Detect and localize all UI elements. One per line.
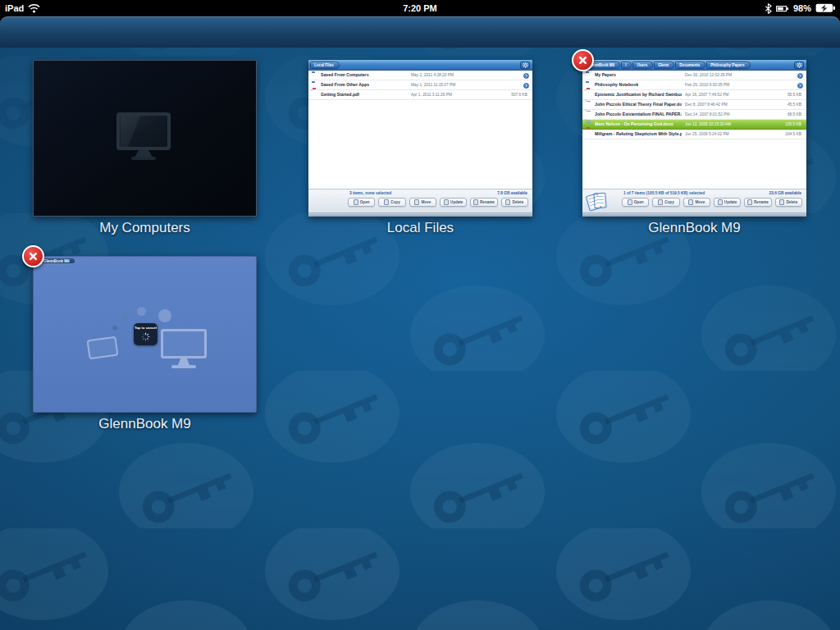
connecting-thumbnail[interactable]: GlennBook M9 Tap to cancel <box>33 256 257 413</box>
glennbook-thumbnail[interactable]: GlennBook M9 / Users Glenn Documents Phi… <box>582 60 806 217</box>
selection-status: 1 of 7 items (105.5 KB of 519.5 KB) sele… <box>623 191 705 195</box>
clock: 7:20 PM <box>0 0 840 16</box>
file-transfer-icon <box>587 191 609 213</box>
detail-disclosure-icon <box>523 73 529 79</box>
breadcrumb: Philosophy Papers <box>706 62 750 69</box>
rename-icon <box>473 199 478 205</box>
detail-disclosure-icon <box>797 83 803 89</box>
bubble <box>112 326 117 331</box>
breadcrumb: GlennBook M9 <box>39 258 75 264</box>
file-name: My Papers <box>595 71 616 80</box>
copy-button: Copy <box>378 198 405 207</box>
browser-header: Local Files <box>308 60 532 71</box>
file-date: Jun 25, 2009 5:24:02 PM <box>685 130 729 139</box>
file-size: 45.5 KB <box>788 100 801 109</box>
selection-status: 3 items, none selected <box>349 191 391 195</box>
monitor-stand <box>178 358 189 365</box>
delete-button: Delete <box>775 198 802 207</box>
open-icon <box>354 199 358 205</box>
file-name: Millgram - Refuting Skepticism With Styl… <box>595 130 682 139</box>
desktop: My Computers Local Files <box>0 48 840 630</box>
file-date: Apr 1, 2011 3:11:26 PM <box>411 90 452 99</box>
browser-status-area: 1 of 7 items (105.5 KB of 519.5 KB) sele… <box>582 189 806 217</box>
spinner-icon <box>141 332 150 341</box>
file-size: 507.6 KB <box>511 90 527 99</box>
bubble <box>122 314 129 321</box>
breadcrumb: / <box>621 62 632 69</box>
copy-icon <box>658 199 663 205</box>
file-name: Philosophy Notebook <box>595 80 638 89</box>
cancel-connection-button[interactable] <box>22 245 44 267</box>
bubble <box>158 309 171 322</box>
tile-local-files[interactable]: Local Files Saved From Computers <box>308 60 532 236</box>
file-size: 204.5 KB <box>785 130 801 139</box>
tile-label: Local Files <box>308 220 532 236</box>
file-date: Dec 8, 2007 8:46:42 PM <box>685 100 728 109</box>
tile-glennbook-connecting[interactable]: GlennBook M9 Tap to cancel <box>33 256 257 432</box>
browser-toolbar: Open Copy Move Update Rename Delete <box>348 198 528 207</box>
file-row-selected: Marc Nelson - On Perceiving God.docx Jun… <box>582 120 806 130</box>
status-bar: iPad 7:20 PM 98% <box>0 0 840 16</box>
rename-button: Rename <box>470 198 497 207</box>
detail-disclosure-icon <box>797 73 803 79</box>
update-button: Update <box>440 198 467 207</box>
move-icon <box>688 199 693 205</box>
storage-status: 23.6 GB available <box>769 191 801 195</box>
computer-monitor-icon <box>161 329 207 358</box>
file-date: Dec 30, 2010 12:02:29 PM <box>685 71 732 80</box>
bluetooth-icon <box>765 3 772 14</box>
file-row: Saved From Computers May 2, 2011 4:28:20… <box>308 71 532 80</box>
settings-button <box>794 62 804 69</box>
breadcrumb: Glenn <box>654 62 674 69</box>
move-icon <box>414 199 419 205</box>
file-name: Epistemic Justification by Richard Swinb… <box>595 90 682 99</box>
copy-icon <box>384 199 389 205</box>
delete-icon <box>779 199 784 205</box>
file-date: May 2, 2011 4:28:20 PM <box>411 71 454 80</box>
settings-button <box>520 62 530 69</box>
rename-button: Rename <box>744 198 771 207</box>
tap-to-cancel-overlay[interactable]: Tap to cancel <box>134 323 158 345</box>
file-date: Jun 12, 2009 10:15:20 AM <box>685 120 731 129</box>
move-button: Move <box>409 198 436 207</box>
tile-label: GlennBook M9 <box>582 220 806 236</box>
file-row: Saved From Other Apps May 1, 2011 11:15:… <box>308 80 532 90</box>
file-row: John Piccolo Ethical Theory Final Paper.… <box>582 100 806 110</box>
copy-button: Copy <box>652 198 679 207</box>
tile-label: GlennBook M9 <box>33 416 257 432</box>
storage-status: 7.8 GB available <box>497 191 527 195</box>
battery-charging-icon <box>815 3 836 13</box>
detail-disclosure-icon <box>523 83 529 89</box>
gear-icon <box>797 62 802 68</box>
file-list: My Papers Dec 30, 2010 12:02:29 PM Philo… <box>582 71 806 139</box>
tile-glennbook-remote[interactable]: GlennBook M9 / Users Glenn Documents Phi… <box>582 60 806 236</box>
file-row: Getting Started.pdf Apr 1, 2011 3:11:26 … <box>308 90 532 100</box>
battery-percent: 98% <box>793 3 811 13</box>
my-computers-thumbnail[interactable] <box>33 60 257 217</box>
file-name: Saved From Other Apps <box>321 80 369 89</box>
navigation-bar <box>0 16 840 48</box>
file-date: Apr 16, 2007 7:49:52 PM <box>685 90 728 99</box>
file-size: 95.5 KB <box>788 90 801 99</box>
open-button: Open <box>622 198 649 207</box>
ipad-device-icon <box>87 336 119 360</box>
file-name: Saved From Computers <box>321 71 369 80</box>
browser-status-area: 3 items, none selected 7.8 GB available … <box>308 189 532 217</box>
file-list: Saved From Computers May 2, 2011 4:28:20… <box>308 71 532 100</box>
tile-my-computers[interactable]: My Computers <box>33 60 257 236</box>
file-name: John Piccolo Ethical Theory Final Paper.… <box>595 100 682 109</box>
file-row: John Piccolo Existentialism FINAL PAPER.… <box>582 110 806 120</box>
file-name: John Piccolo Existentialism FINAL PAPER.… <box>595 110 682 119</box>
update-button: Update <box>714 198 741 207</box>
update-icon <box>718 199 723 205</box>
browser-bottom-strip <box>582 212 806 217</box>
local-files-thumbnail[interactable]: Local Files Saved From Computers <box>308 60 532 217</box>
file-date: Feb 26, 2010 9:30:05 PM <box>685 80 729 89</box>
tile-label: My Computers <box>33 220 257 236</box>
file-name: Getting Started.pdf <box>321 90 359 99</box>
file-size: 105.5 KB <box>785 120 801 129</box>
file-row: Philosophy Notebook Feb 26, 2010 9:30:05… <box>582 80 806 90</box>
close-icon <box>29 252 38 261</box>
close-connection-button[interactable] <box>572 49 594 71</box>
file-row: Epistemic Justification by Richard Swinb… <box>582 90 806 100</box>
